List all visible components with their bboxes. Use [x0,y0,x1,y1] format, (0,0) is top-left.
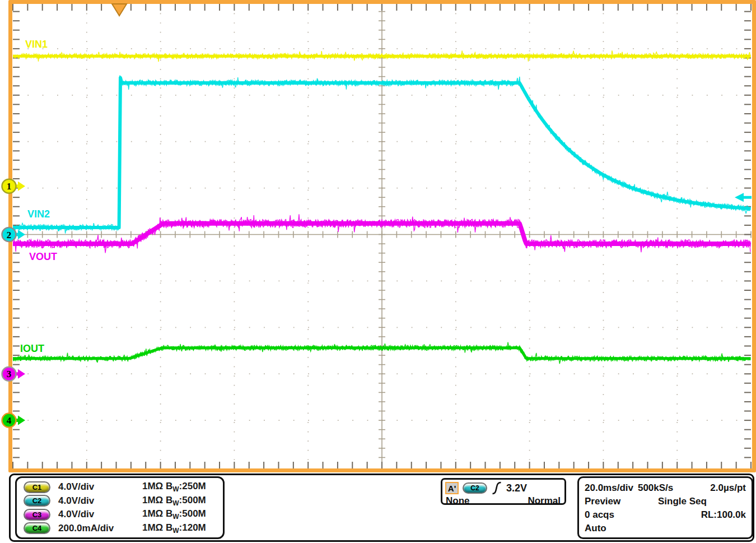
channel-row-c1[interactable]: C14.0V/div1MΩ BW:250M [24,480,223,494]
svg-text:2: 2 [7,230,12,240]
center-crosshair [13,4,751,468]
trigger-summary-row: A' C2 3.2V [445,481,562,495]
run-mode: Single Seq [658,496,707,507]
channel-row-c4[interactable]: C4200.0mA/div1MΩ BW:120M [24,522,223,536]
trace-label-vout: VOUT [29,251,57,262]
channel-1-marker[interactable]: 1 [2,179,26,193]
channel-impedance-bandwidth: 1MΩ BW:120M [142,522,206,535]
svg-text:3: 3 [7,369,12,379]
trigger-mode: Normal [528,495,561,507]
channel-settings-panel: C14.0V/div1MΩ BW:250MC24.0V/div1MΩ BW:50… [15,476,225,539]
trigger-settings-panel[interactable]: A' C2 3.2V None Normal [441,478,566,505]
trigger-a-badge: A' [445,482,459,494]
trigger-holdoff-mode: None [446,495,470,507]
rising-edge-icon [491,481,502,495]
sample-resolution: 2.0µs/pt [710,482,746,494]
trigger-position-marker[interactable] [112,4,127,16]
channel-scale: 4.0V/div [58,509,94,520]
channel-pill-c3[interactable]: C3 [24,509,50,521]
channel-scale: 4.0V/div [58,495,94,507]
timebase-row-1: 20.0ms/div 500kS/s 2.0µs/pt [585,482,746,494]
channel-scale: 200.0mA/div [58,523,114,534]
channel-row-c3[interactable]: C34.0V/div1MΩ BW:500M [24,508,223,522]
timebase-row-2: Preview Single Seq [585,495,746,507]
trace-label-iout: IOUT [20,343,44,354]
timebase-row-4: Auto [585,522,746,534]
waveform-display: VIN11VIN22VOUT3IOUT4 [0,0,756,472]
channel-2-right-arrow-icon[interactable] [735,193,752,202]
timebase-panel: 20.0ms/div 500kS/s 2.0µs/pt Preview Sing… [577,476,753,539]
record-length: RL:100.0k [701,509,746,521]
channel-row-c2[interactable]: C24.0V/div1MΩ BW:500M [24,494,223,508]
svg-text:4: 4 [7,415,12,426]
channel-4-marker[interactable]: 4 [2,414,26,428]
channel-pill-c2[interactable]: C2 [24,495,50,507]
trace-label-vin1: VIN1 [25,39,48,50]
acquisition-status: Preview [585,496,620,507]
trigger-level: 3.2V [506,482,527,494]
channel-2-marker[interactable]: 2 [2,228,26,242]
timebase-scale: 20.0ms/div [585,482,633,494]
sample-rate: 500kS/s [638,482,673,494]
acquisition-count: 0 acqs [585,509,614,521]
channel-impedance-bandwidth: 1MΩ BW:250M [142,481,206,493]
channel-pill-c1[interactable]: C1 [24,481,50,493]
trigger-auto-mode: Auto [585,523,606,534]
channel-pill-c4[interactable]: C4 [24,522,50,534]
channel-impedance-bandwidth: 1MΩ BW:500M [142,508,206,521]
channel-scale: 4.0V/div [58,481,94,493]
channel-3-marker[interactable]: 3 [2,367,26,381]
trace-label-vin2: VIN2 [27,208,50,220]
readout-bar: C14.0V/div1MΩ BW:250MC24.0V/div1MΩ BW:50… [9,474,754,542]
trigger-mode-row: None Normal [445,495,562,507]
trigger-source-channel-pill: C2 [463,482,487,494]
timebase-row-3: 0 acqs RL:100.0k [585,509,746,521]
channel-impedance-bandwidth: 1MΩ BW:500M [142,495,206,507]
oscilloscope-screen: VIN11VIN22VOUT3IOUT4 C14.0V/div1MΩ BW:25… [0,0,756,543]
svg-text:1: 1 [7,181,12,192]
